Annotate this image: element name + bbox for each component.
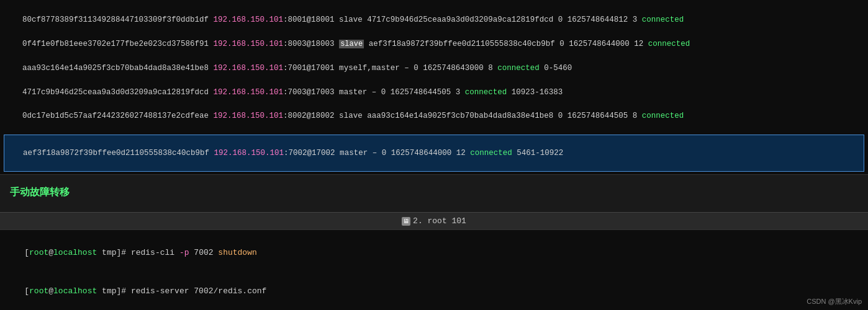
bottom-section: [root@localhost tmp]# redis-cli -p 7002 … bbox=[0, 230, 868, 310]
manual-failover-title: 手动故障转移 bbox=[10, 181, 858, 204]
terminal-line-2: [root@localhost tmp]# redis-server 7002/… bbox=[5, 273, 863, 310]
cluster-line-4: 4717c9b946d25ceaa9a3d0d3209a9ca12819fdcd… bbox=[4, 88, 563, 108]
tab-label: 2. root 101 bbox=[413, 216, 466, 226]
cluster-line-5: 0dc17eb1d5c57aaf2442326027488137e2cdfeae… bbox=[4, 112, 684, 132]
top-section: 80cf8778389f311349288447103309f3f0ddb1df… bbox=[0, 0, 868, 175]
cluster-line-1: 80cf8778389f311349288447103309f3f0ddb1df… bbox=[4, 16, 684, 36]
terminal-icon: 🖥 bbox=[402, 217, 410, 226]
tab-item[interactable]: 🖥 2. root 101 bbox=[394, 215, 474, 227]
cluster-line-2: 0f4f1e0fb81eee3702e177fbe2e023cd37586f91… bbox=[4, 40, 690, 60]
cluster-line-6: aef3f18a9872f39bffee0d2110555838c40cb9bf… bbox=[4, 135, 864, 172]
middle-section: 手动故障转移 bbox=[0, 175, 868, 212]
terminal-line-1: [root@localhost tmp]# redis-cli -p 7002 … bbox=[5, 234, 863, 272]
cluster-line-3: aaa93c164e14a9025f3cb70bab4dad8a38e41be8… bbox=[4, 64, 572, 84]
watermark: CSDN @黑冰Kvip bbox=[807, 297, 862, 306]
tab-bar: 🖥 2. root 101 bbox=[0, 212, 868, 230]
